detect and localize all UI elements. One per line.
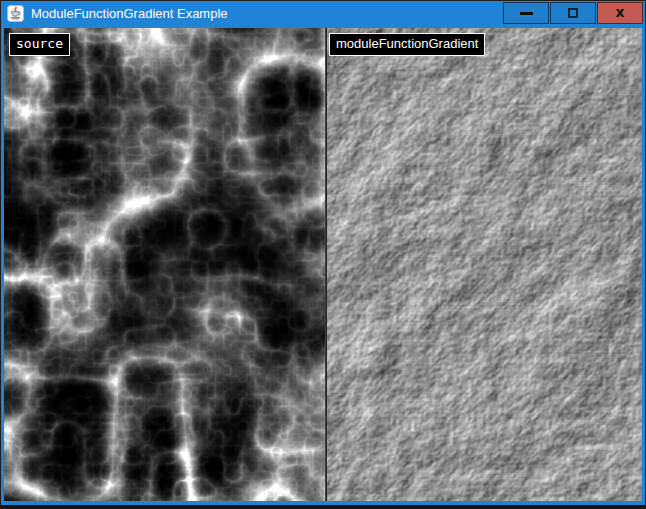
java-icon[interactable] [7, 5, 24, 22]
minimize-icon [520, 12, 533, 15]
maximize-button[interactable] [550, 2, 596, 24]
close-icon: x [615, 5, 624, 19]
source-label: source [9, 33, 70, 56]
window-title: ModuleFunctionGradient Example [31, 0, 228, 28]
source-panel: source [4, 28, 325, 501]
gradient-label: moduleFunctionGradient [329, 33, 485, 56]
titlebar[interactable]: ModuleFunctionGradient Example x [0, 0, 646, 28]
app-window: ModuleFunctionGradient Example x source … [0, 0, 646, 509]
source-image [4, 28, 325, 501]
close-button[interactable]: x [597, 2, 643, 24]
content-area: source moduleFunctionGradient [0, 28, 646, 505]
window-controls: x [503, 2, 643, 24]
maximize-icon [568, 8, 578, 18]
gradient-image [327, 28, 642, 501]
gradient-panel: moduleFunctionGradient [327, 28, 642, 501]
minimize-button[interactable] [503, 2, 549, 24]
